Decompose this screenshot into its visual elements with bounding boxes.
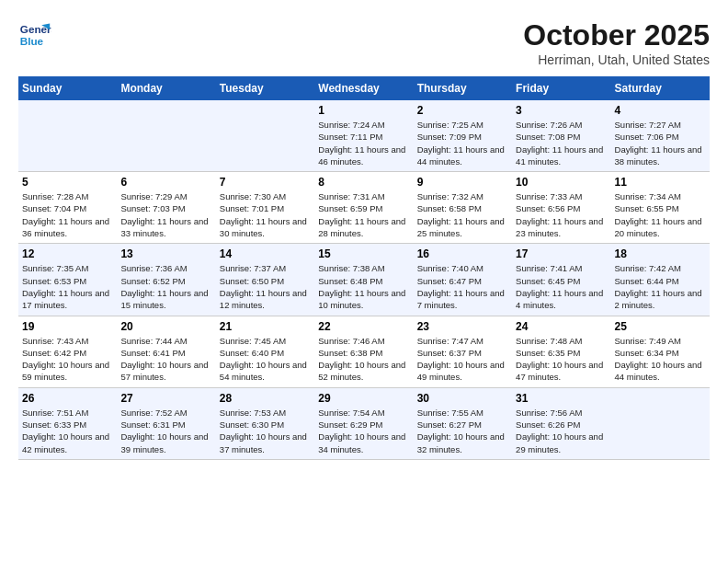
col-thursday: Thursday xyxy=(414,76,512,100)
day-number: 20 xyxy=(120,320,211,333)
day-info: Sunrise: 7:38 AM Sunset: 6:48 PM Dayligh… xyxy=(318,262,409,311)
day-number: 19 xyxy=(22,320,113,333)
day-number: 28 xyxy=(220,392,311,405)
day-info: Sunrise: 7:48 AM Sunset: 6:35 PM Dayligh… xyxy=(516,335,607,384)
day-cell: 6Sunrise: 7:29 AM Sunset: 7:03 PM Daylig… xyxy=(117,172,215,244)
day-cell: 21Sunrise: 7:45 AM Sunset: 6:40 PM Dayli… xyxy=(216,316,314,387)
day-info: Sunrise: 7:34 AM Sunset: 6:55 PM Dayligh… xyxy=(615,190,706,239)
day-info: Sunrise: 7:46 AM Sunset: 6:38 PM Dayligh… xyxy=(318,335,409,384)
day-cell: 14Sunrise: 7:37 AM Sunset: 6:50 PM Dayli… xyxy=(216,244,314,316)
day-info: Sunrise: 7:32 AM Sunset: 6:58 PM Dayligh… xyxy=(417,190,508,239)
day-cell xyxy=(117,100,215,172)
day-info: Sunrise: 7:27 AM Sunset: 7:06 PM Dayligh… xyxy=(615,119,706,167)
day-info: Sunrise: 7:47 AM Sunset: 6:37 PM Dayligh… xyxy=(417,335,508,384)
day-cell: 9Sunrise: 7:32 AM Sunset: 6:58 PM Daylig… xyxy=(414,172,512,244)
day-info: Sunrise: 7:56 AM Sunset: 6:26 PM Dayligh… xyxy=(516,407,607,455)
day-info: Sunrise: 7:40 AM Sunset: 6:47 PM Dayligh… xyxy=(417,262,508,311)
day-number: 6 xyxy=(120,176,211,189)
day-number: 24 xyxy=(516,320,607,333)
day-number: 7 xyxy=(220,176,311,189)
week-row-1: 1Sunrise: 7:24 AM Sunset: 7:11 PM Daylig… xyxy=(18,100,710,172)
day-cell: 13Sunrise: 7:36 AM Sunset: 6:52 PM Dayli… xyxy=(117,244,215,316)
day-info: Sunrise: 7:31 AM Sunset: 6:59 PM Dayligh… xyxy=(318,190,409,239)
day-cell: 26Sunrise: 7:51 AM Sunset: 6:33 PM Dayli… xyxy=(18,387,117,459)
day-info: Sunrise: 7:53 AM Sunset: 6:30 PM Dayligh… xyxy=(220,407,311,455)
col-monday: Monday xyxy=(117,76,215,100)
day-info: Sunrise: 7:28 AM Sunset: 7:04 PM Dayligh… xyxy=(22,190,113,239)
day-cell: 3Sunrise: 7:26 AM Sunset: 7:08 PM Daylig… xyxy=(512,100,610,172)
day-cell xyxy=(18,100,117,172)
day-info: Sunrise: 7:55 AM Sunset: 6:27 PM Dayligh… xyxy=(417,407,508,455)
day-info: Sunrise: 7:41 AM Sunset: 6:45 PM Dayligh… xyxy=(516,262,607,311)
day-number: 27 xyxy=(120,392,211,405)
day-number: 25 xyxy=(615,320,706,333)
day-cell: 29Sunrise: 7:54 AM Sunset: 6:29 PM Dayli… xyxy=(314,387,413,459)
day-info: Sunrise: 7:36 AM Sunset: 6:52 PM Dayligh… xyxy=(120,262,211,311)
day-cell: 7Sunrise: 7:30 AM Sunset: 7:01 PM Daylig… xyxy=(216,172,314,244)
title-block: October 2025 Herriman, Utah, United Stat… xyxy=(523,18,710,67)
day-cell: 25Sunrise: 7:49 AM Sunset: 6:34 PM Dayli… xyxy=(611,316,710,387)
day-info: Sunrise: 7:49 AM Sunset: 6:34 PM Dayligh… xyxy=(615,335,706,384)
day-info: Sunrise: 7:42 AM Sunset: 6:44 PM Dayligh… xyxy=(615,262,706,311)
calendar-table: Sunday Monday Tuesday Wednesday Thursday… xyxy=(18,76,710,460)
day-number: 1 xyxy=(318,104,409,117)
day-cell: 4Sunrise: 7:27 AM Sunset: 7:06 PM Daylig… xyxy=(611,100,710,172)
day-number: 10 xyxy=(516,176,607,189)
day-number: 18 xyxy=(615,247,706,260)
day-number: 15 xyxy=(318,247,409,260)
day-info: Sunrise: 7:25 AM Sunset: 7:09 PM Dayligh… xyxy=(417,119,508,167)
day-cell xyxy=(611,387,710,459)
day-info: Sunrise: 7:33 AM Sunset: 6:56 PM Dayligh… xyxy=(516,190,607,239)
day-cell xyxy=(216,100,314,172)
day-info: Sunrise: 7:51 AM Sunset: 6:33 PM Dayligh… xyxy=(22,407,113,455)
day-number: 14 xyxy=(220,247,311,260)
day-info: Sunrise: 7:45 AM Sunset: 6:40 PM Dayligh… xyxy=(220,335,311,384)
page-header: General Blue October 2025 Herriman, Utah… xyxy=(18,18,710,67)
logo: General Blue xyxy=(18,18,51,52)
day-cell: 18Sunrise: 7:42 AM Sunset: 6:44 PM Dayli… xyxy=(611,244,710,316)
day-number: 22 xyxy=(318,320,409,333)
svg-text:Blue: Blue xyxy=(20,35,44,47)
day-cell: 24Sunrise: 7:48 AM Sunset: 6:35 PM Dayli… xyxy=(512,316,610,387)
day-number: 16 xyxy=(417,247,508,260)
col-saturday: Saturday xyxy=(611,76,710,100)
day-info: Sunrise: 7:44 AM Sunset: 6:41 PM Dayligh… xyxy=(120,335,211,384)
day-number: 31 xyxy=(516,392,607,405)
day-cell: 19Sunrise: 7:43 AM Sunset: 6:42 PM Dayli… xyxy=(18,316,117,387)
day-info: Sunrise: 7:24 AM Sunset: 7:11 PM Dayligh… xyxy=(318,119,409,167)
day-cell: 30Sunrise: 7:55 AM Sunset: 6:27 PM Dayli… xyxy=(414,387,512,459)
day-cell: 20Sunrise: 7:44 AM Sunset: 6:41 PM Dayli… xyxy=(117,316,215,387)
day-info: Sunrise: 7:29 AM Sunset: 7:03 PM Dayligh… xyxy=(120,190,211,239)
day-cell: 16Sunrise: 7:40 AM Sunset: 6:47 PM Dayli… xyxy=(414,244,512,316)
day-number: 23 xyxy=(417,320,508,333)
day-info: Sunrise: 7:35 AM Sunset: 6:53 PM Dayligh… xyxy=(22,262,113,311)
day-cell: 28Sunrise: 7:53 AM Sunset: 6:30 PM Dayli… xyxy=(216,387,314,459)
day-number: 11 xyxy=(615,176,706,189)
day-cell: 15Sunrise: 7:38 AM Sunset: 6:48 PM Dayli… xyxy=(314,244,413,316)
day-number: 5 xyxy=(22,176,113,189)
day-cell: 27Sunrise: 7:52 AM Sunset: 6:31 PM Dayli… xyxy=(117,387,215,459)
day-number: 3 xyxy=(516,104,607,117)
col-sunday: Sunday xyxy=(18,76,117,100)
week-row-3: 12Sunrise: 7:35 AM Sunset: 6:53 PM Dayli… xyxy=(18,244,710,316)
day-cell: 17Sunrise: 7:41 AM Sunset: 6:45 PM Dayli… xyxy=(512,244,610,316)
logo-icon: General Blue xyxy=(18,18,51,52)
day-number: 13 xyxy=(120,247,211,260)
day-number: 12 xyxy=(22,247,113,260)
day-info: Sunrise: 7:26 AM Sunset: 7:08 PM Dayligh… xyxy=(516,119,607,167)
day-number: 30 xyxy=(417,392,508,405)
col-wednesday: Wednesday xyxy=(314,76,413,100)
col-friday: Friday xyxy=(512,76,610,100)
day-cell: 12Sunrise: 7:35 AM Sunset: 6:53 PM Dayli… xyxy=(18,244,117,316)
day-cell: 1Sunrise: 7:24 AM Sunset: 7:11 PM Daylig… xyxy=(314,100,413,172)
day-cell: 8Sunrise: 7:31 AM Sunset: 6:59 PM Daylig… xyxy=(314,172,413,244)
day-cell: 5Sunrise: 7:28 AM Sunset: 7:04 PM Daylig… xyxy=(18,172,117,244)
day-cell: 31Sunrise: 7:56 AM Sunset: 6:26 PM Dayli… xyxy=(512,387,610,459)
day-number: 26 xyxy=(22,392,113,405)
day-number: 17 xyxy=(516,247,607,260)
day-info: Sunrise: 7:52 AM Sunset: 6:31 PM Dayligh… xyxy=(120,407,211,455)
day-info: Sunrise: 7:37 AM Sunset: 6:50 PM Dayligh… xyxy=(220,262,311,311)
col-tuesday: Tuesday xyxy=(216,76,314,100)
day-info: Sunrise: 7:43 AM Sunset: 6:42 PM Dayligh… xyxy=(22,335,113,384)
day-number: 4 xyxy=(615,104,706,117)
